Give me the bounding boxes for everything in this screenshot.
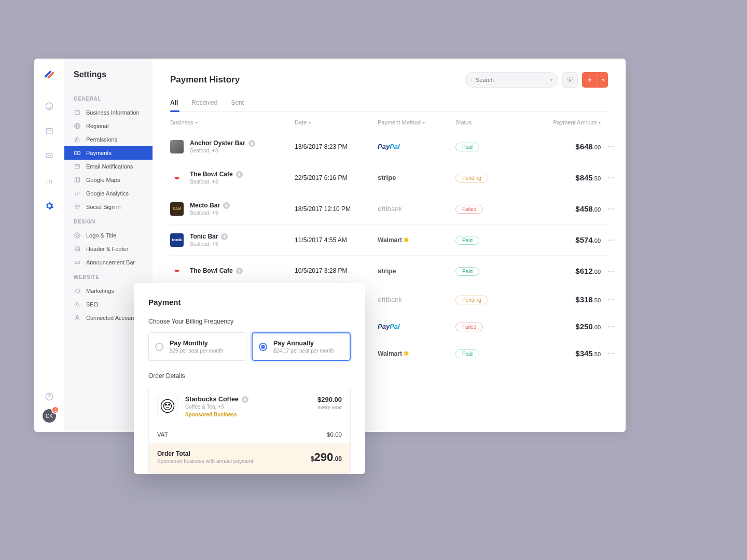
sidebar-item-header-footer[interactable]: Header & Footer [64, 242, 153, 256]
svg-point-23 [169, 404, 170, 405]
row-more-button[interactable]: ⋯ [601, 204, 615, 214]
search-box[interactable]: ▾ [465, 72, 558, 88]
sidebar-item-business-information[interactable]: Business Information [64, 106, 153, 119]
table-row[interactable]: tonikTonic Bar $Seafood, +311/5/2017 4:5… [170, 225, 608, 256]
table-row[interactable]: The Bowl Cafe $Seafood, +322/5/2017 6:16… [170, 162, 608, 193]
nav-browser-icon[interactable] [44, 126, 54, 136]
modal-title: Payment [148, 298, 351, 306]
row-more-button[interactable]: ⋯ [601, 266, 615, 276]
status-badge: Paid [455, 236, 479, 245]
payment-amount: $574.00 [523, 235, 601, 244]
sidebar-item-label: Permissions [86, 136, 117, 143]
payment-method: PayPal [378, 143, 455, 150]
table-row[interactable]: Anchor Oyster Bar $Seafood, +313/6/2017 … [170, 131, 608, 162]
sidebar-item-announcement-bar[interactable]: Announcement Bar [64, 256, 153, 269]
svg-rect-6 [76, 139, 79, 142]
sidebar-item-icon [74, 122, 81, 130]
col-business[interactable]: Business▾ [170, 119, 295, 125]
sidebar-item-social-sign-in[interactable]: Social Sign in [64, 200, 153, 214]
order-vat-row: VAT $0.00 [149, 426, 350, 443]
sidebar-item-google-maps[interactable]: Google Maps [64, 173, 153, 187]
order-card: Starbucks Coffee$ Coffee & Tea, +3 Spons… [148, 387, 351, 474]
sidebar-item-email-notifications[interactable]: Email Notifications [64, 160, 153, 173]
row-more-button[interactable]: ⋯ [601, 173, 615, 183]
row-more-button[interactable]: ⋯ [601, 142, 615, 151]
add-button[interactable]: ▾ [582, 72, 608, 88]
row-more-button[interactable]: ⋯ [601, 235, 615, 245]
svg-point-13 [75, 233, 80, 239]
status-badge: Failed [455, 205, 483, 214]
business-name: Mecto Bar $ [190, 202, 230, 209]
billing-annually-option[interactable]: Pay Annually $24.17 per seat per month [252, 332, 351, 361]
business-name: The Bowl Cafe $ [190, 171, 243, 178]
currency-badge-icon: $ [242, 396, 248, 403]
nav-analytics-icon[interactable] [44, 176, 54, 186]
avatar[interactable]: CK 3 [43, 409, 56, 423]
search-chevron-icon[interactable]: ▾ [550, 78, 552, 82]
col-date[interactable]: Date▾ [295, 119, 378, 125]
tab-sent[interactable]: Sent [231, 99, 244, 111]
col-method[interactable]: Payment Method▾ [378, 119, 455, 125]
sidebar-item-permissions[interactable]: Permissions [64, 133, 153, 146]
add-chevron-icon[interactable]: ▾ [598, 72, 608, 88]
payment-method: Walmart ✻ [378, 236, 455, 244]
sidebar-item-regional[interactable]: Regional [64, 119, 153, 133]
currency-badge-icon: $ [223, 202, 230, 209]
search-input[interactable] [476, 77, 547, 83]
svg-point-20 [161, 400, 174, 413]
payment-date: 22/5/2017 6:16 PM [295, 174, 378, 181]
sidebar-item-icon [74, 314, 81, 321]
sidebar-item-icon [74, 136, 81, 143]
business-name: Tonic Bar $ [190, 233, 228, 240]
order-price: $290.00 [317, 396, 342, 403]
sidebar-item-icon [74, 163, 81, 170]
payment-method: Walmart ✻ [378, 350, 455, 357]
status-badge: Paid [455, 349, 479, 358]
business-name: Anchor Oyster Bar $ [190, 139, 255, 147]
tab-all[interactable]: All [170, 99, 178, 111]
help-icon[interactable] [44, 391, 54, 402]
page-title: Payment History [170, 75, 240, 85]
order-total-label: Order Total [157, 450, 253, 457]
avatar-initials: CK [46, 413, 53, 419]
business-sub: Seafood, +3 [190, 210, 230, 216]
payment-amount: $458.00 [523, 204, 601, 213]
payment-date: 10/5/2017 3:28 PM [295, 267, 378, 274]
payment-date: 18/5/2017 12:10 PM [295, 205, 378, 213]
nav-dashboard-icon[interactable] [44, 101, 54, 111]
payment-amount: $845.50 [523, 173, 601, 182]
sidebar-item-label: Header & Footer [86, 246, 128, 252]
payment-amount: $612.00 [523, 267, 601, 275]
table-row[interactable]: The Bowl Cafe $10/5/2017 3:28 PMstripePa… [170, 256, 608, 286]
tab-received[interactable]: Received [191, 99, 217, 111]
billing-annually-sub: $24.17 per seat per month [273, 348, 334, 354]
order-business-sub: Coffee & Tea, +3 [185, 404, 310, 410]
header-settings-button[interactable] [562, 72, 578, 88]
row-more-button[interactable]: ⋯ [601, 321, 615, 331]
svg-point-0 [46, 103, 53, 110]
sidebar-item-logo-title[interactable]: Logo & Title [64, 229, 153, 242]
sidebar-item-google-analytics[interactable]: Google Analytics [64, 187, 153, 200]
col-amount[interactable]: Payment Amount▾ [523, 119, 601, 125]
nav-settings-icon[interactable] [44, 201, 54, 211]
sidebar-item-payments[interactable]: Payments [64, 146, 153, 160]
svg-point-19 [569, 79, 571, 81]
svg-point-17 [76, 316, 78, 318]
status-badge: Pending [455, 174, 488, 183]
sidebar-item-label: Connected Accounts [86, 315, 139, 321]
payment-amount: $345.50 [523, 349, 601, 358]
payment-date: 11/5/2017 4:55 AM [295, 236, 378, 244]
row-more-button[interactable]: ⋯ [601, 295, 615, 304]
icon-rail: CK 3 [34, 59, 64, 432]
order-period: every year [317, 404, 342, 410]
main-header: Payment History ▾ ▾ [170, 72, 608, 88]
table-row[interactable]: DAMMecto Bar $Seafood, +318/5/2017 12:10… [170, 193, 608, 225]
sidebar-item-label: Email Notifications [86, 163, 133, 170]
svg-point-11 [78, 205, 79, 207]
payment-amount: $318.50 [523, 295, 601, 304]
business-sub: Seafood, +3 [190, 179, 243, 185]
billing-monthly-option[interactable]: Pay Monthly $29 per seat per month [148, 332, 246, 361]
section-label: GENERAL [64, 91, 153, 106]
nav-chat-icon[interactable] [44, 151, 54, 161]
row-more-button[interactable]: ⋯ [601, 348, 615, 358]
